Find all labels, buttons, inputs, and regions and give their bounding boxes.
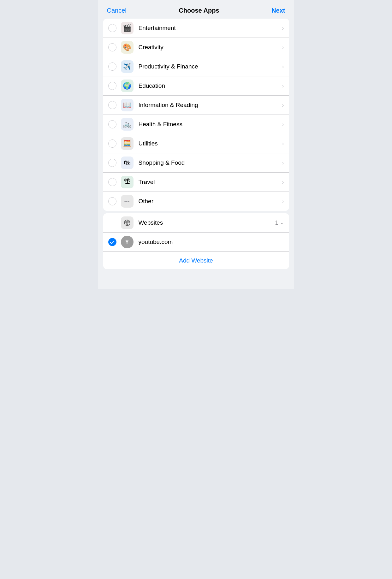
radio-youtube[interactable] bbox=[108, 238, 116, 246]
radio-entertainment[interactable] bbox=[108, 24, 116, 32]
list-item[interactable]: 🛍 Shopping & Food › bbox=[103, 153, 289, 173]
education-icon: 🌍 bbox=[121, 80, 134, 92]
list-item[interactable]: 🧮 Utilities › bbox=[103, 134, 289, 153]
shopping-label: Shopping & Food bbox=[139, 159, 280, 166]
add-website-button[interactable]: Add Website bbox=[179, 257, 213, 264]
chevron-icon: › bbox=[282, 25, 284, 32]
next-button[interactable]: Next bbox=[271, 7, 285, 14]
websites-count: 1 bbox=[275, 220, 278, 226]
cancel-button[interactable]: Cancel bbox=[107, 7, 127, 14]
chevron-icon: › bbox=[282, 140, 284, 147]
health-label: Health & Fitness bbox=[139, 121, 280, 128]
list-item[interactable]: ✈️ Productivity & Finance › bbox=[103, 57, 289, 76]
health-icon: 🚲 bbox=[121, 118, 134, 131]
radio-shopping[interactable] bbox=[108, 159, 116, 167]
radio-information[interactable] bbox=[108, 101, 116, 109]
radio-other[interactable] bbox=[108, 197, 116, 205]
list-item[interactable]: 📖 Information & Reading › bbox=[103, 96, 289, 115]
list-item[interactable]: 🚲 Health & Fitness › bbox=[103, 115, 289, 134]
list-item[interactable]: 🏝 Travel › bbox=[103, 173, 289, 192]
chevron-icon: › bbox=[282, 198, 284, 205]
list-item-youtube[interactable]: Y youtube.com bbox=[103, 233, 289, 252]
travel-icon: 🏝 bbox=[121, 176, 134, 188]
creativity-icon: 🎨 bbox=[121, 41, 134, 54]
radio-creativity[interactable] bbox=[108, 43, 116, 51]
list-item[interactable]: ••• Other › bbox=[103, 192, 289, 211]
other-label: Other bbox=[139, 198, 280, 205]
utilities-label: Utilities bbox=[139, 140, 280, 147]
chevron-icon: › bbox=[282, 63, 284, 70]
page-title: Choose Apps bbox=[179, 7, 219, 14]
websites-label: Websites bbox=[139, 219, 275, 226]
websites-icon bbox=[121, 216, 134, 229]
chevron-icon: › bbox=[282, 160, 284, 166]
creativity-label: Creativity bbox=[139, 44, 280, 51]
youtube-icon: Y bbox=[121, 236, 134, 248]
information-label: Information & Reading bbox=[139, 102, 280, 109]
add-website-container: Add Website bbox=[103, 252, 289, 269]
radio-productivity[interactable] bbox=[108, 62, 116, 71]
entertainment-icon: 🎬 bbox=[121, 22, 134, 34]
productivity-label: Productivity & Finance bbox=[139, 63, 280, 70]
other-icon: ••• bbox=[121, 195, 134, 208]
list-item[interactable]: 🌍 Education › bbox=[103, 76, 289, 96]
radio-utilities[interactable] bbox=[108, 139, 116, 148]
chevron-icon: › bbox=[282, 121, 284, 128]
youtube-label: youtube.com bbox=[139, 239, 284, 245]
websites-item[interactable]: Websites 1 ⌄ bbox=[103, 213, 289, 233]
categories-list: 🎬 Entertainment › 🎨 Creativity › ✈️ Prod… bbox=[103, 19, 289, 211]
information-icon: 📖 bbox=[121, 99, 134, 111]
radio-travel[interactable] bbox=[108, 178, 116, 186]
chevron-icon: › bbox=[282, 44, 284, 51]
shopping-icon: 🛍 bbox=[121, 157, 134, 169]
productivity-icon: ✈️ bbox=[121, 60, 134, 73]
chevron-icon: › bbox=[282, 83, 284, 89]
expand-icon[interactable]: ⌄ bbox=[280, 220, 284, 225]
radio-education[interactable] bbox=[108, 82, 116, 90]
phone-container: Cancel Choose Apps Next 🎬 Entertainment … bbox=[98, 0, 294, 289]
chevron-icon: › bbox=[282, 102, 284, 109]
list-item[interactable]: 🎨 Creativity › bbox=[103, 38, 289, 57]
radio-health[interactable] bbox=[108, 120, 116, 128]
travel-label: Travel bbox=[139, 179, 280, 186]
education-label: Education bbox=[139, 82, 280, 89]
nav-bar: Cancel Choose Apps Next bbox=[98, 0, 294, 19]
utilities-icon: 🧮 bbox=[121, 137, 134, 150]
list-item[interactable]: 🎬 Entertainment › bbox=[103, 19, 289, 38]
svg-point-0 bbox=[124, 220, 130, 226]
entertainment-label: Entertainment bbox=[139, 25, 280, 32]
chevron-icon: › bbox=[282, 179, 284, 186]
